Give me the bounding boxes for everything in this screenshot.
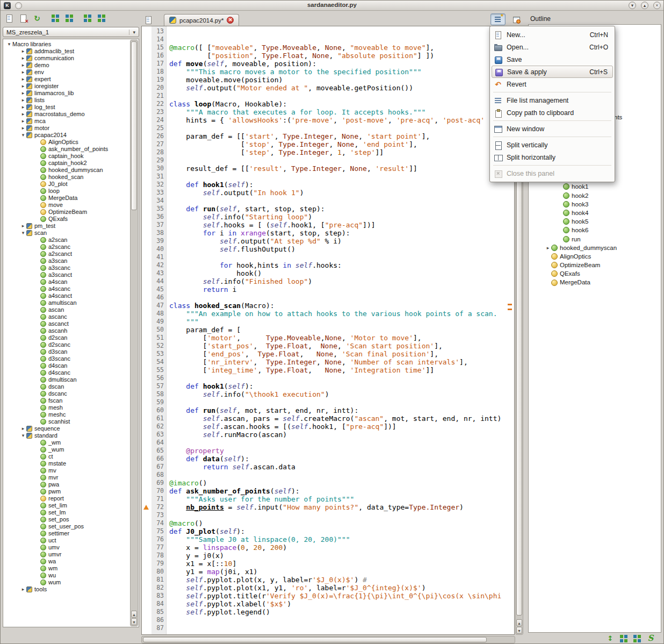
tree-item-addmaclib-test[interactable]: ▸addmaclib_test bbox=[4, 48, 129, 55]
tree-item-env[interactable]: ▸env bbox=[4, 69, 129, 76]
menu-item-copy-path-to-clipboard[interactable]: Copy path to clipboard bbox=[490, 106, 615, 119]
tree-item-ascanc[interactable]: ascanc bbox=[4, 313, 129, 320]
expand-arrow-icon[interactable]: ▸ bbox=[20, 125, 26, 132]
tree-item-wum[interactable]: wum bbox=[4, 579, 129, 586]
tree-item-wm[interactable]: wm bbox=[4, 565, 129, 572]
tree-item-set-pos[interactable]: set_pos bbox=[4, 516, 129, 523]
expand-arrow-icon[interactable]: ▸ bbox=[20, 118, 26, 125]
tree-item-pm-test[interactable]: ▸pm_test bbox=[4, 223, 129, 230]
tree-item-set-lm[interactable]: set_lm bbox=[4, 509, 129, 516]
tree-item-ascanct[interactable]: ascanct bbox=[4, 320, 129, 327]
tree-item-captain-hook[interactable]: captain_hook bbox=[4, 153, 129, 160]
expand-arrow-icon[interactable]: ▸ bbox=[545, 244, 551, 252]
tree-item-hook2[interactable]: hook2 bbox=[529, 191, 661, 200]
menu-item-revert[interactable]: ↶Revert bbox=[490, 78, 615, 90]
tree-item-qexafs[interactable]: QExafs bbox=[4, 216, 129, 223]
expand-arrow-icon[interactable]: ▸ bbox=[20, 76, 26, 83]
tree-item-hooked-scan[interactable]: hooked_scan bbox=[4, 174, 129, 181]
tree-item-qexafs[interactable]: QExafs bbox=[529, 269, 661, 278]
menu-item-close-this-panel[interactable]: Close this panel bbox=[490, 167, 615, 180]
tree-item-tools[interactable]: ▸tools bbox=[4, 586, 129, 593]
tree-item-a3scanc[interactable]: a3scanc bbox=[4, 264, 129, 271]
menu-item-new[interactable]: New...Ctrl+N bbox=[490, 28, 615, 41]
tree-item-mca[interactable]: ▸mca bbox=[4, 118, 129, 125]
tree-item-d2scanc[interactable]: d2scanc bbox=[4, 341, 129, 348]
tree-item-scan[interactable]: ▾scan bbox=[4, 230, 129, 237]
tree-item-a3scanct[interactable]: a3scanct bbox=[4, 271, 129, 278]
file-list-button[interactable] bbox=[3, 12, 15, 24]
code-content[interactable]: 131415@macro([ ["moveable", Type.Moveabl… bbox=[142, 27, 514, 632]
tree-item-demo[interactable]: ▸demo bbox=[4, 62, 129, 69]
menu-item-save-apply[interactable]: Save & applyCtrl+S bbox=[492, 66, 613, 78]
menu-item-open[interactable]: Open...Ctrl+O bbox=[490, 41, 615, 53]
editor-hscrollbar-thumb[interactable] bbox=[143, 637, 487, 642]
scroll-up-arrow[interactable]: ▲ bbox=[131, 611, 137, 618]
expand-arrow-icon[interactable]: ▸ bbox=[20, 425, 26, 432]
expand-arrow-icon[interactable]: ▸ bbox=[20, 48, 26, 55]
tree-item-a2scanc[interactable]: a2scanc bbox=[4, 244, 129, 251]
tree-item-a4scanct[interactable]: a4scanct bbox=[4, 292, 129, 299]
tab-pcapac2014[interactable]: pcapac2014.py* ✕ bbox=[164, 14, 239, 26]
menu-item-split-vertically[interactable]: Split vertically bbox=[490, 139, 615, 151]
expand-selection-button[interactable] bbox=[96, 12, 107, 24]
tree-item-standard[interactable]: ▾standard bbox=[4, 432, 129, 439]
detach-panel-button[interactable] bbox=[509, 13, 524, 25]
tree-item-hook6[interactable]: hook6 bbox=[529, 226, 661, 234]
document-list-button[interactable] bbox=[143, 15, 154, 25]
tree-item-hook1[interactable]: hook1 bbox=[529, 182, 661, 191]
scroll-down-arrow[interactable]: ▼ bbox=[516, 627, 522, 634]
tree-item-wa[interactable]: wa bbox=[4, 558, 129, 565]
sidebar-scrollbar-thumb[interactable] bbox=[131, 41, 137, 210]
tree-item-loop[interactable]: loop bbox=[4, 188, 129, 195]
tree-item-d2scan[interactable]: d2scan bbox=[4, 334, 129, 341]
tree-item-mergedata[interactable]: MergeData bbox=[529, 278, 661, 287]
tree-item-expert[interactable]: ▸expert bbox=[4, 76, 129, 83]
grid-b-icon[interactable] bbox=[632, 634, 642, 643]
tree-item-mesh[interactable]: mesh bbox=[4, 404, 129, 411]
tree-item-hook4[interactable]: hook4 bbox=[529, 209, 661, 217]
tree-item-set-lim[interactable]: set_lim bbox=[4, 502, 129, 509]
expand-arrow-icon[interactable]: ▸ bbox=[20, 223, 26, 230]
tree-item-wum[interactable]: _wum bbox=[4, 446, 129, 453]
tree-item-wu[interactable]: wu bbox=[4, 572, 129, 579]
tree-item-a2scanct[interactable]: a2scanct bbox=[4, 251, 129, 257]
menu-item-file-list-management[interactable]: File list management bbox=[490, 94, 615, 106]
tree-item-wm[interactable]: _wm bbox=[4, 439, 129, 446]
expand-arrow-icon[interactable]: ▸ bbox=[20, 586, 26, 593]
tree-item-log-test[interactable]: ▸log_test bbox=[4, 104, 129, 111]
collapse-arrow-icon[interactable]: ▾ bbox=[6, 41, 12, 48]
code-editor[interactable]: 131415@macro([ ["moveable", Type.Moveabl… bbox=[141, 26, 515, 635]
tree-item-hooked-dummyscan[interactable]: ▸hooked_dummyscan bbox=[529, 244, 661, 252]
expand-arrow-icon[interactable]: ▸ bbox=[20, 90, 26, 97]
tree-item-motor[interactable]: ▸motor bbox=[4, 125, 129, 132]
tree-item-ioregister[interactable]: ▸ioregister bbox=[4, 83, 129, 90]
close-button[interactable]: × bbox=[653, 2, 661, 9]
tree-item-hooked-dummyscan[interactable]: hooked_dummyscan bbox=[4, 167, 129, 174]
tree-item-mstate[interactable]: mstate bbox=[4, 460, 129, 467]
tree-item-d3scan[interactable]: d3scan bbox=[4, 348, 129, 355]
tree-item-ct[interactable]: ct bbox=[4, 453, 129, 460]
collapse-selection-button[interactable] bbox=[82, 12, 93, 24]
tree-item-ask-number-of-points[interactable]: ask_number_of_points bbox=[4, 146, 129, 153]
tree-item-uct[interactable]: uct bbox=[4, 537, 129, 544]
tree-item-pwa[interactable]: pwa bbox=[4, 481, 129, 488]
grid-a-icon[interactable] bbox=[619, 634, 629, 643]
restore-button[interactable]: ▴ bbox=[641, 2, 648, 9]
tree-item-alignoptics[interactable]: AlignOptics bbox=[529, 252, 661, 261]
tree-item-dmultiscan[interactable]: dmultiscan bbox=[4, 376, 129, 383]
tree-item-sequence[interactable]: ▸sequence bbox=[4, 425, 129, 432]
expand-arrow-icon[interactable]: ▸ bbox=[20, 83, 26, 90]
tree-item-a3scan[interactable]: a3scan bbox=[4, 257, 129, 264]
sardana-logo-icon[interactable]: S bbox=[646, 634, 655, 643]
tree-item-communication[interactable]: ▸communication bbox=[4, 55, 129, 62]
tree-item-d4scanc[interactable]: d4scanc bbox=[4, 369, 129, 376]
tree-item-hook3[interactable]: hook3 bbox=[529, 200, 661, 209]
tree-item-umv[interactable]: umv bbox=[4, 544, 129, 551]
tree-item-dscan[interactable]: dscan bbox=[4, 383, 129, 390]
tree-item-amultiscan[interactable]: amultiscan bbox=[4, 299, 129, 306]
tree-item-set-user-pos[interactable]: set_user_pos bbox=[4, 523, 129, 530]
panel-menu-button[interactable] bbox=[490, 13, 506, 25]
tree-item-optimizebeam[interactable]: OptimizeBeam bbox=[529, 261, 661, 269]
tree-item-j0-plot[interactable]: J0_plot bbox=[4, 181, 129, 188]
tree-item-alignoptics[interactable]: AlignOptics bbox=[4, 139, 129, 146]
